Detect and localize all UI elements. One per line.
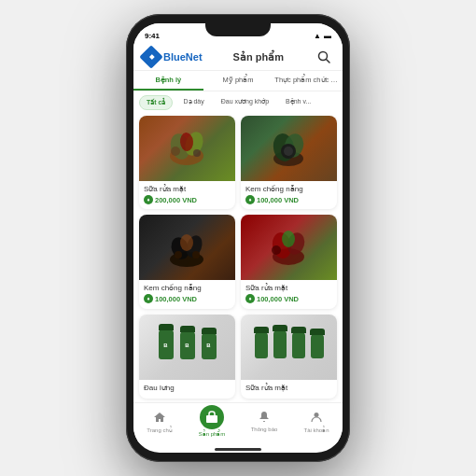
pill-bottle-4 xyxy=(255,332,268,358)
nav-tabs: Bệnh lý Mỹ phẩm Thực phẩm chức năng xyxy=(133,71,343,91)
search-icon xyxy=(317,50,330,63)
product-info-6: Sữa rửa mặt xyxy=(241,380,337,398)
product-name-5: Đau lưng xyxy=(144,384,231,392)
svg-point-16 xyxy=(180,234,193,251)
pill-bottle-3: B xyxy=(202,333,217,359)
price-icon-1: ♦ xyxy=(144,195,153,204)
status-time: 9:41 xyxy=(145,32,160,40)
product-price-1: ♦ 200,000 VND xyxy=(144,195,231,204)
bottom-nav-account[interactable]: Tài khoản xyxy=(290,407,343,439)
pill-bottle-7 xyxy=(311,334,324,358)
price-icon-3: ♦ xyxy=(144,294,153,303)
product-card-6[interactable]: Sữa rửa mặt xyxy=(241,315,337,399)
product-info-2: Kem chống nắng ♦ 100,000 VND xyxy=(241,181,337,208)
product-grid: Sữa rửa mặt ♦ 200,000 VND xyxy=(133,112,343,402)
price-icon-4: ♦ xyxy=(245,294,255,303)
page-title: Sản phẩm xyxy=(203,51,315,63)
herb-illustration-3 xyxy=(161,222,213,273)
herb-illustration-2 xyxy=(263,123,315,175)
product-pills-bg-5: B B B xyxy=(139,315,235,380)
svg-point-6 xyxy=(171,147,180,156)
subtab-benh-v[interactable]: Bệnh v... xyxy=(279,95,317,110)
pill-bottle-5 xyxy=(273,330,287,358)
app-header: ◆ BlueNet Sản phẩm xyxy=(133,44,343,71)
wifi-icon: ▲ xyxy=(314,32,321,40)
product-herb-bg-2 xyxy=(241,116,337,181)
product-name-4: Sữa rửa mặt xyxy=(245,284,332,292)
price-icon-2: ♦ xyxy=(245,195,255,204)
pill-bottle-6 xyxy=(292,332,305,358)
product-card-2[interactable]: Kem chống nắng ♦ 100,000 VND xyxy=(241,116,337,209)
pill-bottle-1: B xyxy=(159,329,174,359)
pill-bottles-5: B B B xyxy=(157,329,218,364)
bottom-nav-shop[interactable]: Sản phẩm xyxy=(186,407,238,439)
product-name-1: Sữa rửa mặt xyxy=(144,185,231,193)
herb-illustration-1 xyxy=(161,123,213,175)
product-card-1[interactable]: Sữa rửa mặt ♦ 200,000 VND xyxy=(139,116,235,209)
pill-bottles-6 xyxy=(253,330,326,363)
product-image-5: B B B xyxy=(139,315,235,380)
product-info-3: Kem chống nắng ♦ 100,000 VND xyxy=(139,280,235,307)
product-herb-bg-3 xyxy=(139,215,235,280)
product-image-3 xyxy=(139,215,235,280)
home-indicator xyxy=(215,448,261,451)
product-pills-bg-6 xyxy=(241,315,337,380)
bottom-nav-shop-label: Sản phẩm xyxy=(199,430,226,437)
product-info-5: Đau lưng xyxy=(139,380,235,398)
bottom-nav-notifications-label: Thông báo xyxy=(251,427,278,432)
subtab-dau-xuong[interactable]: Đau xương khớp xyxy=(215,95,275,110)
product-image-6 xyxy=(241,315,337,380)
phone-notch xyxy=(205,23,271,36)
product-info-4: Sữa rửa mặt ♦ 100,000 VND xyxy=(241,280,337,307)
product-card-4[interactable]: Sữa rửa mặt ♦ 100,000 VND xyxy=(241,215,337,308)
product-name-2: Kem chống nắng xyxy=(245,185,332,193)
product-image-2 xyxy=(241,116,337,181)
product-card-5[interactable]: B B B Đau lưng xyxy=(139,315,235,399)
logo-area: ◆ BlueNet xyxy=(143,49,203,65)
product-name-6: Sữa rửa mặt xyxy=(245,384,332,392)
product-price-2: ♦ 100,000 VND xyxy=(245,195,332,204)
subtab-da-day[interactable]: Dạ dày xyxy=(176,95,210,110)
bottom-nav-account-label: Tài khoản xyxy=(303,427,329,433)
bottom-nav: Trang chủ Sản phẩm Thông báo xyxy=(133,402,343,444)
product-price-3: ♦ 100,000 VND xyxy=(144,294,231,303)
sub-tabs: Tất cả Dạ dày Đau xương khớp Bệnh v... xyxy=(133,91,343,112)
logo-text: BlueNet xyxy=(163,51,203,63)
product-price-4: ♦ 100,000 VND xyxy=(245,294,332,303)
bell-icon xyxy=(256,409,273,426)
svg-point-12 xyxy=(284,147,293,156)
herb-illustration-4 xyxy=(263,222,315,273)
pill-bottle-2: B xyxy=(180,331,195,359)
product-card-3[interactable]: Kem chống nắng ♦ 100,000 VND xyxy=(139,215,235,308)
product-image-4 xyxy=(241,215,337,280)
svg-point-17 xyxy=(175,251,182,259)
phone-shell: 9:41 ▲ ▬ ◆ BlueNet Sản phẩm xyxy=(126,14,350,462)
svg-point-23 xyxy=(272,245,281,255)
subtab-tat-ca[interactable]: Tất cả xyxy=(139,95,173,110)
logo-diamond: ◆ xyxy=(139,45,162,68)
home-icon xyxy=(151,409,168,426)
battery-icon: ▬ xyxy=(324,32,331,40)
product-name-3: Kem chống nắng xyxy=(144,284,231,292)
tab-my-pham[interactable]: Mỹ phẩm xyxy=(203,71,273,91)
svg-line-1 xyxy=(327,60,330,63)
shop-icon-circle xyxy=(200,405,224,429)
bottom-nav-notifications[interactable]: Thông báo xyxy=(238,407,290,439)
svg-point-7 xyxy=(193,149,201,157)
phone-screen: 9:41 ▲ ▬ ◆ BlueNet Sản phẩm xyxy=(133,23,343,453)
search-button[interactable] xyxy=(315,48,333,66)
svg-point-22 xyxy=(282,231,295,247)
product-image-1 xyxy=(139,116,235,181)
svg-point-18 xyxy=(192,251,200,259)
product-herb-bg-4 xyxy=(241,215,337,280)
logo-icon: ◆ xyxy=(149,53,154,61)
product-info-1: Sữa rửa mặt ♦ 200,000 VND xyxy=(139,181,235,208)
tab-benh-ly[interactable]: Bệnh lý xyxy=(133,71,203,91)
product-herb-bg-1 xyxy=(139,116,235,181)
tab-thuc-pham[interactable]: Thực phẩm chức năng xyxy=(273,71,343,91)
bottom-nav-home[interactable]: Trang chủ xyxy=(133,407,186,439)
bottom-nav-home-label: Trang chủ xyxy=(147,427,172,433)
svg-rect-24 xyxy=(206,415,217,423)
user-icon xyxy=(308,409,325,426)
svg-point-25 xyxy=(315,413,319,417)
